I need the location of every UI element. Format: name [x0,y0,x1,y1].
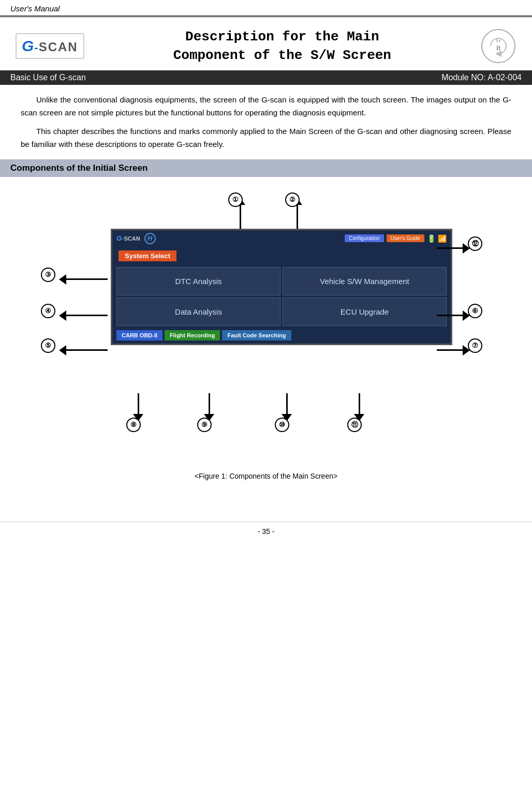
arrow-down-8 [133,393,143,421]
screen-topbar: G-SCAN H Configuration User's Guide 🔋 📶 [112,230,451,247]
ann-11: ⑪ [347,418,362,432]
page-header: User's Manual [0,0,532,17]
svg-text:G: G [496,37,501,43]
ann-12: ⑫ [468,236,482,251]
section-heading: Components of the Initial Screen [0,159,532,177]
arrow-down-10 [282,393,292,421]
paragraph-1: Unlike the conventional diagnosis equipm… [21,93,511,120]
diagram-outer: ① ② G-SCAN H Configuration User's [33,198,499,467]
guide-btn[interactable]: User's Guide [387,234,425,242]
ann-8: ⑧ [126,418,141,432]
ann-4: ④ [41,304,55,318]
arrow-right-7 [437,345,470,355]
screen-topbar-buttons: Configuration User's Guide 🔋 📶 [345,234,447,243]
fault-code-btn[interactable]: Fault Code Searching [222,330,291,340]
system-select-label[interactable]: System Select [119,250,176,261]
bottom-buttons: CARB OBD-II Flight Recording Fault Code … [112,328,451,344]
module-bar-left: Basic Use of G-scan [10,73,86,82]
ecu-upgrade-btn[interactable]: ECU Upgrade [283,298,447,326]
arrow-down-9 [204,393,214,421]
screen-logo: G-SCAN [116,234,140,242]
ann-7: ⑦ [468,338,482,353]
paragraph-2: This chapter describes the functions and… [21,125,511,151]
diagram-container: ① ② G-SCAN H Configuration User's [0,187,532,511]
carb-obd-btn[interactable]: CARB OBD-II [116,330,162,340]
ann-6: ⑥ [468,304,482,318]
title-line1: Description for the Main Component of th… [95,27,470,65]
module-bar-right: Module NO: A-02-004 [441,73,522,82]
arrow-left-4 [59,310,108,321]
ann-1: ① [228,192,243,207]
gscan-logo: G-SCAN [16,33,84,59]
page-number: - 35 - [0,522,532,541]
gscan-screen: G-SCAN H Configuration User's Guide 🔋 📶 [111,229,452,345]
screen-block: G-SCAN H Configuration User's Guide 🔋 📶 [100,229,432,345]
arrow-right-6 [437,310,470,321]
logo-area: G-SCAN [16,33,84,59]
body-text: Unlike the conventional diagnosis equipm… [0,93,532,151]
ann-2: ② [285,192,300,207]
hyundai-logo: H [144,233,156,244]
arrow-left-5 [59,345,108,355]
signal-icon: 📶 [438,234,447,243]
git-logo: G it [480,28,516,64]
screen-icons: 🔋 📶 [427,234,447,243]
ann-5: ⑤ [41,338,55,353]
manual-title: User's Manual [10,4,60,13]
config-btn[interactable]: Configuration [345,234,383,242]
arrow-right-12 [437,243,470,254]
module-bar: Basic Use of G-scan Module NO: A-02-004 [0,70,532,85]
battery-icon: 🔋 [427,234,436,243]
ann-10: ⑩ [275,418,289,432]
dtc-analysis-btn[interactable]: DTC Analysis [116,267,280,295]
vsw-management-btn[interactable]: Vehicle S/W Management [283,267,447,295]
ann-3: ③ [41,268,55,282]
svg-text:it: it [496,45,501,52]
arrow-down-11 [354,393,364,421]
system-select-row: System Select [112,247,451,265]
figure-caption: <Figure 1: Components of the Main Screen… [195,472,337,480]
data-analysis-btn[interactable]: Data Analysis [116,298,280,326]
ann-9: ⑨ [197,418,212,432]
main-title: Description for the Main Component of th… [95,27,470,65]
title-section: G-SCAN Description for the Main Componen… [0,17,532,70]
arrow-left-3 [59,274,108,285]
flight-recording-btn[interactable]: Flight Recording [165,330,220,340]
main-buttons-grid: DTC Analysis Vehicle S/W Management Data… [112,265,451,328]
